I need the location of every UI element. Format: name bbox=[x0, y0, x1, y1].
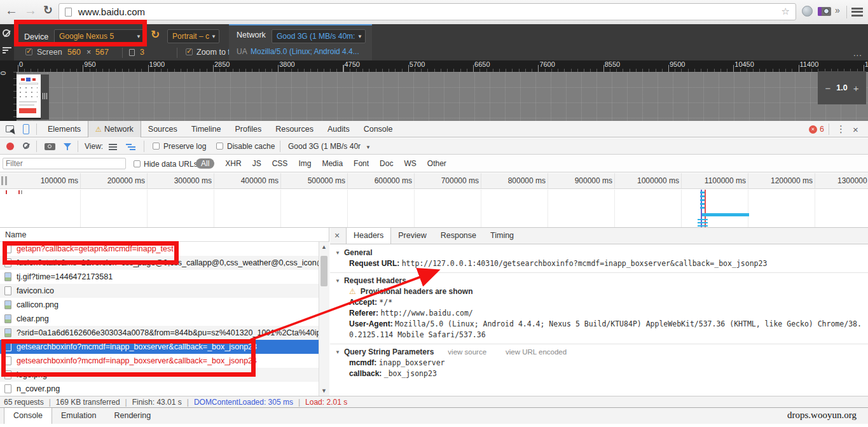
filter-input[interactable] bbox=[3, 158, 126, 169]
chrome-menu-icon[interactable] bbox=[851, 8, 863, 17]
request-row[interactable]: getsearchboxinfo?mcmdf=inapp_boxserver&c… bbox=[0, 340, 329, 354]
devtools-tab[interactable]: Profiles bbox=[228, 121, 268, 137]
request-headers-section-title[interactable]: Request Headers bbox=[330, 276, 868, 286]
request-row[interactable]: logo.png bbox=[0, 368, 329, 382]
waterfall-view-icon[interactable] bbox=[126, 144, 136, 150]
block-icon[interactable] bbox=[3, 29, 10, 37]
rotate-icon[interactable]: ↻ bbox=[151, 28, 160, 41]
back-icon[interactable]: ← bbox=[5, 3, 18, 18]
request-row[interactable]: callicon.png bbox=[0, 298, 329, 312]
type-filter-pill[interactable]: WS bbox=[404, 159, 416, 168]
details-tab[interactable]: Headers bbox=[346, 228, 391, 244]
devtools-close-icon[interactable]: × bbox=[853, 124, 858, 135]
error-badge-icon[interactable]: × bbox=[809, 125, 817, 134]
more-options-dots[interactable]: ... bbox=[853, 48, 862, 58]
request-row[interactable]: fusion?static&ms=1&version=css_page@0,cs… bbox=[0, 256, 329, 270]
bookmark-star-icon[interactable]: ☆ bbox=[782, 6, 790, 17]
type-filter-pill[interactable]: Img bbox=[298, 159, 311, 168]
devtools-menu-icon[interactable]: ⋮ bbox=[836, 123, 846, 135]
url-text[interactable]: www.baidu.com bbox=[78, 6, 145, 17]
disclosure-triangle-icon[interactable] bbox=[335, 347, 344, 356]
disclosure-triangle-icon[interactable] bbox=[335, 276, 344, 285]
viewport-resize-handle[interactable] bbox=[43, 93, 48, 99]
devtools-tab[interactable]: Elements bbox=[41, 121, 88, 137]
extensions-overflow-icon[interactable]: » bbox=[835, 5, 840, 15]
error-count[interactable]: 6 bbox=[820, 125, 824, 134]
browser-toolbar: ← → ↻ www.baidu.com ☆ » bbox=[0, 0, 868, 24]
query-param-row: mcmdf: inapp_boxserver bbox=[330, 358, 864, 368]
address-bar[interactable]: www.baidu.com ☆ bbox=[59, 3, 796, 20]
screen-height[interactable]: 567 bbox=[95, 48, 109, 57]
request-url-value: http://127.0.0.1:40310/getsearchboxinfo?… bbox=[402, 259, 768, 268]
inspect-element-icon[interactable] bbox=[6, 125, 14, 132]
type-filter-pill[interactable]: Font bbox=[354, 159, 369, 168]
throttle-select[interactable]: Good 3G (1 MB/s 40r bbox=[288, 142, 371, 151]
type-filter-pill[interactable]: All bbox=[196, 158, 214, 169]
zoom-to-fit-checkbox[interactable] bbox=[186, 48, 193, 55]
screen-width[interactable]: 560 bbox=[67, 48, 81, 57]
details-tab[interactable]: Preview bbox=[391, 228, 433, 244]
screenshot-camera-icon[interactable] bbox=[45, 143, 55, 150]
network-throttle-select[interactable]: Good 3G (1 MB/s 40m: bbox=[272, 29, 366, 43]
devtools-tab[interactable]: Audits bbox=[320, 121, 357, 137]
drawer-tab[interactable]: Console bbox=[4, 408, 52, 424]
type-filter-pill[interactable]: CSS bbox=[272, 159, 288, 168]
type-filter-pill[interactable]: JS bbox=[252, 159, 261, 168]
request-row[interactable]: ?srid=0a1a6d6162606e303034a0078&from=844… bbox=[0, 326, 329, 340]
screen-checkbox[interactable] bbox=[25, 48, 32, 55]
type-filter-pill[interactable]: Media bbox=[322, 159, 343, 168]
view-source-link[interactable]: view source bbox=[448, 348, 486, 356]
scrollbar-thumb[interactable] bbox=[320, 256, 327, 286]
request-row[interactable]: n_cover.png bbox=[0, 382, 329, 396]
hide-data-urls-checkbox[interactable] bbox=[134, 160, 141, 167]
devtools-tab[interactable]: Sources bbox=[141, 121, 184, 137]
ua-value[interactable]: Mozilla/5.0 (Linux; Android 4.4... bbox=[251, 47, 359, 56]
request-row[interactable]: getsearchboxinfo?mcmdf=inapp_boxserver&c… bbox=[0, 354, 329, 368]
list-view-icon[interactable] bbox=[109, 144, 117, 150]
page-thumbnail[interactable] bbox=[17, 74, 41, 120]
record-icon[interactable] bbox=[6, 143, 14, 150]
zoom-out-button[interactable]: − bbox=[825, 83, 831, 94]
zoom-in-button[interactable]: + bbox=[853, 83, 859, 94]
preserve-log-checkbox[interactable] bbox=[153, 143, 160, 150]
request-row[interactable]: getapn?callback=getapn&mcmdf=inapp_test bbox=[0, 242, 329, 256]
device-select[interactable]: Google Nexus 5 bbox=[54, 29, 144, 43]
view-url-encoded-link[interactable]: view URL encoded bbox=[506, 348, 567, 356]
scroll-down-icon[interactable] bbox=[321, 388, 327, 394]
network-bars-icon[interactable] bbox=[3, 47, 11, 48]
devtools-tab[interactable]: Network bbox=[88, 121, 141, 137]
query-params-section-title[interactable]: Query String Parametersview sourceview U… bbox=[330, 347, 868, 358]
drawer-tab[interactable]: Rendering bbox=[105, 408, 160, 424]
request-row[interactable]: favicon.ico bbox=[0, 284, 329, 298]
filter-funnel-icon[interactable] bbox=[64, 143, 71, 150]
details-tab[interactable]: Timing bbox=[483, 228, 521, 244]
details-close-icon[interactable] bbox=[334, 228, 346, 244]
devtools-tab[interactable]: Resources bbox=[268, 121, 320, 137]
dpr-value[interactable]: 3 bbox=[140, 48, 144, 57]
clear-icon[interactable] bbox=[23, 143, 29, 149]
scroll-up-icon[interactable] bbox=[321, 244, 327, 250]
disclosure-triangle-icon[interactable] bbox=[335, 248, 344, 257]
devtools-tab[interactable]: Console bbox=[357, 121, 400, 137]
details-tab[interactable]: Response bbox=[434, 228, 483, 244]
request-row[interactable]: tj.gif?time=1446472173581 bbox=[0, 270, 329, 284]
disable-cache-checkbox[interactable] bbox=[216, 143, 223, 150]
orientation-select[interactable]: Portrait – c bbox=[167, 29, 219, 43]
globe-extension-icon[interactable] bbox=[802, 6, 813, 17]
dpr-icon bbox=[129, 49, 135, 56]
devtools-tab[interactable]: Timeline bbox=[184, 121, 228, 137]
reload-icon[interactable]: ↻ bbox=[43, 3, 53, 17]
timeline-overview[interactable] bbox=[0, 190, 868, 228]
name-column-header[interactable]: Name bbox=[0, 228, 329, 242]
type-filter-pill[interactable]: Doc bbox=[380, 159, 393, 168]
camera-extension-icon[interactable] bbox=[818, 7, 831, 16]
request-row[interactable]: clear.png bbox=[0, 312, 329, 326]
device-mode-icon[interactable] bbox=[23, 124, 29, 134]
table-scrollbar[interactable] bbox=[319, 242, 329, 396]
general-section-title[interactable]: General bbox=[330, 248, 868, 258]
type-filter-pill[interactable]: XHR bbox=[225, 159, 241, 168]
timeline-tick-label: 500000 ms bbox=[281, 173, 348, 189]
type-filter-pill[interactable]: Other bbox=[427, 159, 446, 168]
forward-icon[interactable]: → bbox=[24, 3, 37, 18]
drawer-tab[interactable]: Emulation bbox=[52, 408, 106, 424]
